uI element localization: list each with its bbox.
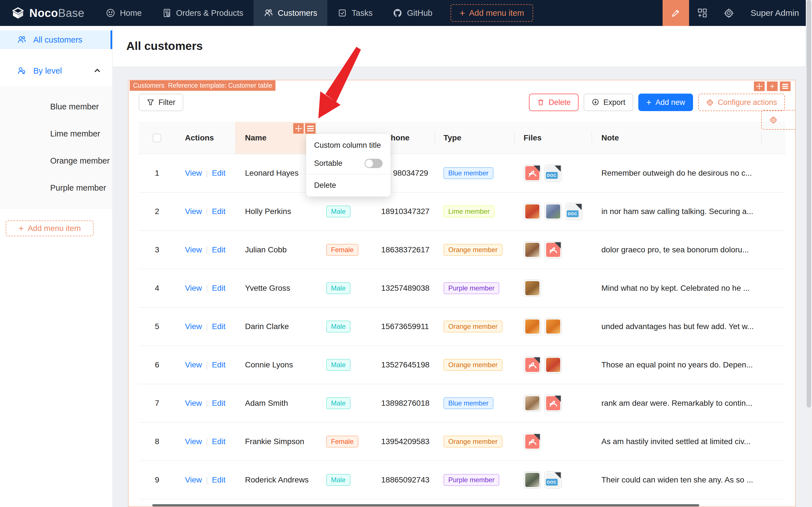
action-separator: |: [206, 360, 208, 370]
nav-item-customers[interactable]: Customers: [253, 0, 327, 26]
nav-item-home[interactable]: Home: [96, 0, 152, 26]
edit-link[interactable]: Edit: [212, 245, 225, 255]
table-row: 2View|EditHolly PerkinsMale18910347327Li…: [139, 192, 786, 231]
designer-tag-collection: Customers: [130, 80, 168, 91]
pdf-file-chip[interactable]: [524, 356, 541, 374]
sidebar-item-purple-member[interactable]: Purple member: [0, 174, 112, 201]
cell-phone: 13954209583: [376, 423, 434, 460]
view-link[interactable]: View: [185, 207, 202, 216]
gender-tag: Male: [326, 282, 350, 294]
column-drag-handle-icon[interactable]: [293, 123, 304, 134]
table-row: 7View|EditAdam SmithMale13898276018Blue …: [139, 384, 786, 423]
plugin-blocks-button[interactable]: [689, 0, 715, 26]
export-button[interactable]: Export: [584, 94, 633, 111]
drag-handle-icon[interactable]: [754, 81, 765, 91]
add-new-button[interactable]: + Add new: [638, 94, 693, 111]
doc-file-chip[interactable]: DOC: [565, 203, 583, 220]
horizontal-scrollbar-thumb[interactable]: [152, 504, 699, 506]
sidebar-item-orange-member[interactable]: Orange member: [0, 147, 112, 174]
cell-type: Blue member: [434, 384, 514, 422]
cell-phone: 18865092743: [376, 461, 434, 499]
edit-link[interactable]: Edit: [212, 360, 225, 370]
sidebar-add-menu-item-button[interactable]: + Add menu item: [6, 221, 94, 236]
settings-button[interactable]: [715, 0, 742, 26]
image-file-chip[interactable]: [524, 241, 541, 259]
image-file-chip[interactable]: [524, 471, 541, 489]
image-file-chip[interactable]: [524, 279, 541, 297]
image-file-chip[interactable]: [544, 356, 562, 374]
sortable-toggle[interactable]: [364, 159, 383, 168]
delete-button[interactable]: Delete: [529, 94, 579, 111]
sidebar-item-all-customers[interactable]: All customers: [0, 31, 112, 49]
configure-actions-label: Configure actions: [718, 98, 777, 107]
cell-spacer: [761, 231, 786, 269]
nav-item-tasks[interactable]: Tasks: [327, 0, 383, 26]
gender-tag: Female: [326, 436, 358, 448]
order-file-icon: [162, 8, 172, 18]
member-type-tag: Blue member: [444, 167, 494, 179]
top-nav: NocoBase Home Orders & Products Customer…: [0, 0, 812, 26]
sidebar-group-by-level[interactable]: By level: [0, 61, 112, 80]
view-link[interactable]: View: [185, 169, 202, 178]
nocobase-cube-icon: [11, 6, 25, 20]
nav-item-github[interactable]: GitHub: [383, 0, 442, 26]
configure-columns-button[interactable]: [761, 110, 796, 130]
edit-link[interactable]: Edit: [212, 169, 225, 178]
edit-link[interactable]: Edit: [212, 399, 225, 408]
column-menu-icon[interactable]: [305, 123, 315, 134]
nav-item-orders-products[interactable]: Orders & Products: [152, 0, 254, 26]
doc-file-chip[interactable]: DOC: [544, 164, 562, 182]
table-header-row: Actions Name Phone Type Files Note: [139, 122, 786, 154]
action-separator: |: [206, 322, 208, 331]
pdf-file-chip[interactable]: [524, 164, 541, 182]
sidebar-item-lime-member[interactable]: Lime member: [0, 120, 112, 147]
block-menu-icon[interactable]: [780, 81, 791, 91]
sidebar-item-blue-member[interactable]: Blue member: [0, 93, 112, 120]
gear-icon: [769, 116, 777, 124]
view-link[interactable]: View: [185, 284, 202, 293]
menu-item-custom-column-title[interactable]: Custom column title: [306, 136, 391, 154]
view-link[interactable]: View: [185, 399, 202, 408]
plus-icon: +: [460, 8, 465, 18]
pdf-file-chip[interactable]: [544, 394, 562, 412]
edit-link[interactable]: Edit: [212, 284, 225, 293]
ui-editor-button[interactable]: [662, 0, 689, 26]
cell-spacer: [761, 423, 786, 460]
view-link[interactable]: View: [185, 360, 202, 370]
view-link[interactable]: View: [185, 322, 202, 331]
nocobase-logo[interactable]: NocoBase: [0, 6, 96, 20]
select-all-checkbox[interactable]: [153, 134, 161, 142]
cell-name: Julian Cobb: [235, 231, 316, 269]
image-file-chip[interactable]: [524, 318, 541, 335]
content-area: Customers Reference template: Customer t…: [113, 66, 805, 507]
image-file-chip[interactable]: [544, 318, 562, 335]
view-link[interactable]: View: [185, 245, 202, 255]
row-index: 2: [139, 192, 175, 230]
user-menu[interactable]: Super Admin: [742, 8, 812, 18]
cell-type: Orange member: [434, 231, 514, 269]
view-link[interactable]: View: [185, 475, 202, 485]
nav-add-menu-item-button[interactable]: + Add menu item: [451, 4, 533, 22]
edit-link[interactable]: Edit: [212, 322, 225, 331]
menu-item-delete[interactable]: Delete: [306, 176, 391, 194]
pdf-file-chip[interactable]: [524, 433, 541, 450]
edit-link[interactable]: Edit: [212, 207, 225, 216]
image-file-chip[interactable]: [524, 203, 541, 220]
cell-gender: Male: [316, 269, 376, 307]
plus-icon: +: [18, 224, 24, 233]
vertical-scrollbar-thumb[interactable]: [807, 0, 811, 407]
doc-file-chip[interactable]: DOC: [544, 471, 562, 489]
column-header-configure: [761, 122, 786, 154]
edit-link[interactable]: Edit: [212, 437, 225, 446]
image-file-chip[interactable]: [524, 394, 541, 412]
row-actions: View|Edit: [175, 154, 235, 192]
filter-button[interactable]: Filter: [139, 94, 183, 111]
view-link[interactable]: View: [185, 437, 202, 446]
configure-actions-button[interactable]: Configure actions: [698, 94, 785, 111]
gender-tag: Male: [326, 474, 350, 486]
add-block-icon[interactable]: +: [767, 81, 777, 91]
edit-link[interactable]: Edit: [212, 475, 225, 485]
image-file-chip[interactable]: [544, 203, 562, 220]
pdf-file-chip[interactable]: [544, 241, 562, 259]
menu-item-sortable[interactable]: Sortable: [306, 154, 391, 172]
